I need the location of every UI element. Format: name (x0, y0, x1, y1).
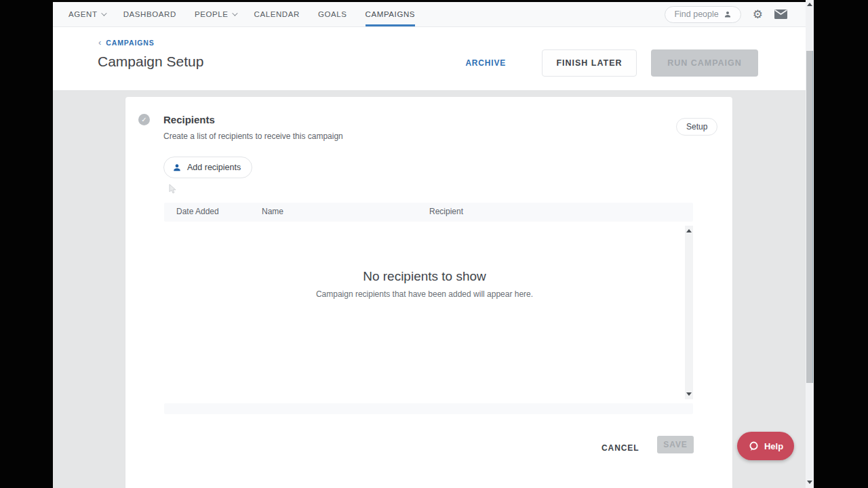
archive-button[interactable]: ARCHIVE (465, 58, 506, 68)
add-recipients-label: Add recipients (187, 163, 241, 172)
run-campaign-button[interactable]: RUN CAMPAIGN (651, 49, 758, 77)
scroll-up-arrow-icon[interactable] (807, 3, 812, 6)
top-nav: AGENT DASHBOARD PEOPLE CALENDAR GOALS CA… (53, 2, 806, 27)
nav-item-people[interactable]: PEOPLE (195, 2, 236, 26)
find-people-label: Find people (674, 9, 718, 19)
nav-right-tools: Find people ⚙ (665, 2, 806, 26)
scroll-down-arrow-icon[interactable] (807, 481, 812, 484)
scroll-down-arrow-icon[interactable] (686, 392, 692, 396)
nav-item-label: GOALS (318, 10, 347, 18)
mouse-cursor (169, 184, 177, 195)
person-icon (172, 163, 182, 172)
recipients-card: ✓ Recipients Create a list of recipients… (125, 97, 732, 488)
help-button[interactable]: Help (737, 432, 794, 460)
table-header-row: Date Added Name Recipient (164, 203, 693, 222)
chat-bubble-icon (748, 441, 760, 452)
envelope-icon[interactable] (774, 9, 787, 19)
nav-item-campaigns[interactable]: CAMPAIGNS (366, 2, 416, 26)
add-recipients-button[interactable]: Add recipients (163, 157, 252, 178)
recipients-table: Date Added Name Recipient No recipients … (164, 203, 693, 414)
nav-item-calendar[interactable]: CALENDAR (254, 2, 300, 26)
card-subtitle: Create a list of recipients to receive t… (163, 131, 343, 141)
nav-item-agent[interactable]: AGENT (68, 2, 105, 26)
scrollbar-thumb[interactable] (806, 51, 813, 383)
cancel-button[interactable]: CANCEL (593, 438, 647, 458)
column-header-date-added: Date Added (176, 207, 219, 216)
header-actions: ARCHIVE FINISH LATER RUN CAMPAIGN (465, 49, 758, 77)
person-icon (724, 10, 732, 18)
back-chevron-icon: ‹ (98, 37, 102, 47)
help-label: Help (764, 441, 783, 451)
column-header-name: Name (262, 207, 283, 216)
table-scrollbar[interactable] (685, 226, 693, 399)
nav-item-label: DASHBOARD (123, 10, 176, 18)
empty-state-title: No recipients to show (164, 269, 685, 284)
nav-item-label: AGENT (68, 10, 98, 18)
table-body: No recipients to show Campaign recipient… (164, 222, 693, 403)
page-title: Campaign Setup (98, 54, 203, 70)
content-area: ✓ Recipients Create a list of recipients… (53, 90, 806, 488)
nav-item-label: PEOPLE (195, 10, 229, 18)
nav-item-goals[interactable]: GOALS (318, 2, 347, 26)
gear-icon[interactable]: ⚙ (753, 9, 763, 20)
empty-state-subtitle: Campaign recipients that have been added… (164, 289, 685, 299)
chevron-down-icon (232, 10, 237, 16)
nav-item-label: CAMPAIGNS (366, 10, 416, 18)
scroll-up-arrow-icon[interactable] (686, 229, 692, 232)
table-footer-strip (164, 403, 693, 414)
find-people-button[interactable]: Find people (665, 6, 741, 23)
nav-item-dashboard[interactable]: DASHBOARD (123, 2, 176, 26)
card-title: Recipients (163, 114, 215, 125)
save-button[interactable]: SAVE (657, 436, 694, 453)
step-check-icon: ✓ (138, 114, 150, 125)
page-header: ‹ CAMPAIGNS Campaign Setup ARCHIVE FINIS… (53, 28, 806, 90)
column-header-recipient: Recipient (429, 207, 463, 216)
app-window: AGENT DASHBOARD PEOPLE CALENDAR GOALS CA… (53, 0, 806, 488)
breadcrumb-label: CAMPAIGNS (106, 39, 155, 47)
finish-later-button[interactable]: FINISH LATER (542, 49, 637, 77)
breadcrumb[interactable]: ‹ CAMPAIGNS (98, 37, 155, 47)
status-badge: Setup (676, 118, 717, 136)
chevron-down-icon (101, 10, 106, 16)
nav-item-label: CALENDAR (254, 10, 300, 18)
browser-scrollbar[interactable] (806, 0, 814, 488)
